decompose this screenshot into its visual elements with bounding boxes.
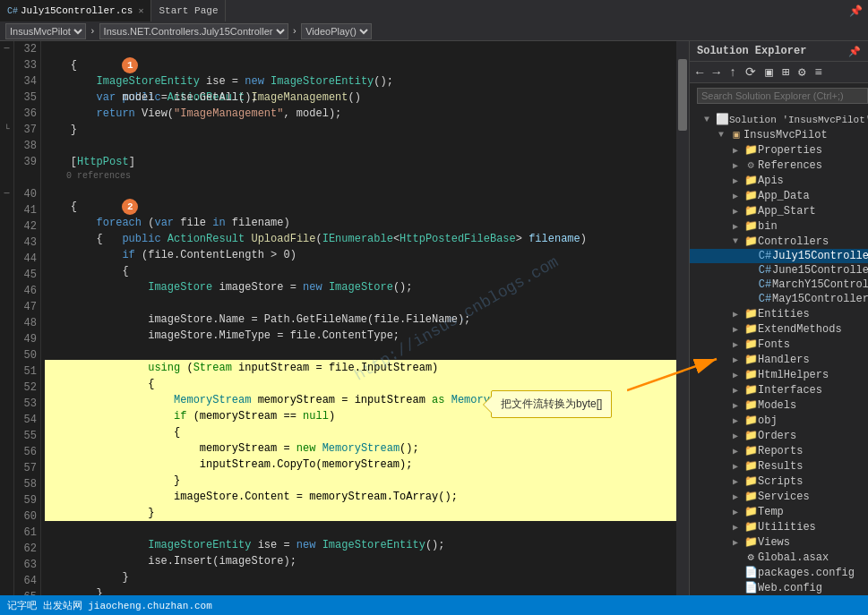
se-item-models[interactable]: ▶ 📁 Models	[690, 397, 868, 413]
se-btn-collapse[interactable]: ▣	[762, 64, 775, 81]
se-icon-june15: C#	[758, 264, 772, 277]
breadcrumb-class-select[interactable]: Insus.NET.Controllers.July15Controller	[99, 23, 288, 39]
se-label-appstart: App_Start	[758, 205, 816, 218]
se-label-references: References	[758, 159, 822, 172]
se-icon-controllers: 📁	[743, 235, 758, 248]
se-item-interfaces[interactable]: ▶ 📁 Interfaces	[690, 382, 868, 397]
se-search-wrapper	[690, 83, 868, 108]
se-btn-refresh[interactable]: ⟳	[743, 64, 759, 81]
se-item-may15[interactable]: C# May15Controller.cs	[690, 292, 868, 306]
se-item-packages[interactable]: 📄 packages.config	[690, 565, 868, 580]
se-item-appstart[interactable]: ▶ 📁 App_Start	[690, 203, 868, 218]
breadcrumb-bar: InsusMvcPilot › Insus.NET.Controllers.Ju…	[0, 21, 868, 41]
code-editor: ─ └ ─ 32 33 34 35	[0, 41, 689, 595]
se-tree[interactable]: ▼ ⬜ Solution 'InsusMvcPilot' (1 project)…	[690, 108, 868, 595]
se-item-june15[interactable]: C# June15Controller.cs	[690, 263, 868, 278]
tab-startpage[interactable]: Start Page	[151, 0, 226, 21]
code-line-33: {	[45, 57, 676, 73]
se-item-marchy15[interactable]: C# MarchY15Controller.cs	[690, 278, 868, 292]
se-item-appdata[interactable]: ▶ 📁 App_Data	[690, 188, 868, 203]
se-icon-scripts: 📁	[743, 474, 758, 488]
se-toolbar: ← → ↑ ⟳ ▣ ⊞ ⚙ ≡	[690, 62, 868, 83]
se-pin-btn[interactable]: 📌	[848, 46, 861, 57]
se-btn-more[interactable]: ≡	[812, 64, 825, 81]
se-item-temp[interactable]: ▶ 📁 Temp	[690, 504, 868, 519]
se-label-utilities: Utilities	[758, 521, 816, 534]
tab-close[interactable]: ✕	[138, 5, 143, 16]
se-item-utilities[interactable]: ▶ 📁 Utilities	[690, 519, 868, 534]
se-icon-reports: 📁	[743, 444, 758, 457]
se-item-fonts[interactable]: ▶ 📁 Fonts	[690, 337, 868, 352]
se-label-solution: Solution 'InsusMvcPilot' (1 project)	[729, 115, 868, 125]
se-item-controllers[interactable]: ▼ 📁 Controllers	[690, 234, 868, 249]
se-item-apis[interactable]: ▶ 📁 Apis	[690, 173, 868, 188]
se-label-packages: packages.config	[758, 567, 855, 579]
se-label-webconfig: Web.config	[758, 582, 822, 594]
se-icon-obj: 📁	[743, 414, 758, 427]
se-btn-settings[interactable]: ⚙	[795, 64, 808, 81]
se-item-obj[interactable]: ▶ 📁 obj	[690, 413, 868, 428]
layout-pin[interactable]: 📌	[844, 4, 868, 18]
se-item-views[interactable]: ▶ 📁 Views	[690, 534, 868, 550]
se-label-orders: Orders	[758, 430, 796, 442]
code-line-50	[45, 344, 676, 360]
status-bar: 记字吧 出发站网 jiaocheng.chuzhan.com	[0, 595, 868, 615]
se-icon-results: 📁	[743, 459, 758, 473]
se-item-entities[interactable]: ▶ 📁 Entities	[690, 306, 868, 321]
se-item-orders[interactable]: ▶ 📁 Orders	[690, 428, 868, 443]
se-arrow-bin: ▶	[733, 221, 743, 232]
se-item-properties[interactable]: ▶ 📁 Properties	[690, 142, 868, 158]
se-btn-forward[interactable]: →	[709, 64, 722, 81]
scroll-thumb[interactable]	[678, 59, 687, 131]
se-label-fonts: Fonts	[758, 338, 790, 351]
se-arrow-references: ▶	[733, 160, 743, 171]
tab-july15[interactable]: C# July15Controller.cs ✕	[0, 0, 151, 21]
se-btn-up[interactable]: ↑	[726, 64, 739, 81]
se-arrow-obj: ▶	[733, 415, 743, 426]
se-label-extendmethods: ExtendMethods	[758, 323, 842, 336]
se-item-scripts[interactable]: ▶ 📁 Scripts	[690, 474, 868, 489]
se-btn-filter[interactable]: ⊞	[779, 64, 792, 81]
code-line-39: [HttpPost]	[45, 154, 676, 170]
se-label-appdata: App_Data	[758, 190, 810, 202]
code-line-36: return View("ImageManagement", model);	[45, 106, 676, 122]
se-btn-back[interactable]: ←	[693, 64, 706, 81]
tab-label-2: Start Page	[159, 5, 218, 16]
code-line-48: imageStore.Name = Path.GetFileName(file.…	[45, 312, 676, 328]
se-arrow-fonts: ▶	[733, 339, 743, 350]
se-label-global: Global.asax	[758, 551, 829, 564]
se-label-bin: bin	[758, 220, 778, 233]
breadcrumb-method-select[interactable]: VideoPlay()	[301, 23, 372, 39]
se-item-extendmethods[interactable]: ▶ 📁 ExtendMethods	[690, 321, 868, 337]
se-arrow-htmlhelpers: ▶	[733, 370, 743, 380]
code-lines[interactable]: 1 public ActionResult ImageManagement() …	[41, 41, 676, 595]
se-arrow-interfaces: ▶	[733, 385, 743, 396]
se-icon-appstart: 📁	[743, 204, 758, 218]
se-item-htmlhelpers[interactable]: ▶ 📁 HtmlHelpers	[690, 367, 868, 382]
se-item-project[interactable]: ▼ ▣ InsusMvcPilot	[690, 127, 868, 142]
se-item-bin[interactable]: ▶ 📁 bin	[690, 218, 868, 234]
se-arrow-views: ▶	[733, 537, 743, 548]
line-numbers: 32 33 34 35 36 37 38 39 40 41 42 43 44 4…	[14, 41, 41, 595]
se-item-solution[interactable]: ▼ ⬜ Solution 'InsusMvcPilot' (1 project)	[690, 112, 868, 127]
se-item-webconfig[interactable]: 📄 Web.config	[690, 580, 868, 595]
se-item-services[interactable]: ▶ 📁 Services	[690, 489, 868, 504]
breadcrumb-project-select[interactable]: InsusMvcPilot	[5, 23, 86, 39]
code-line-64: }	[45, 569, 676, 585]
se-search-input[interactable]	[697, 88, 868, 104]
status-text: 记字吧 出发站网 jiaocheng.chuzhan.com	[7, 599, 212, 612]
se-item-handlers[interactable]: ▶ 📁 Handlers	[690, 352, 868, 367]
se-item-results[interactable]: ▶ 📁 Results	[690, 458, 868, 474]
code-line-42: foreach (var file in filename)	[45, 215, 676, 231]
code-line-37: }	[45, 122, 676, 138]
se-arrow-project: ▼	[718, 130, 729, 140]
se-arrow-models: ▶	[733, 400, 743, 411]
line-markers: ─ └ ─	[0, 41, 14, 595]
se-item-global[interactable]: ⚙ Global.asax	[690, 550, 868, 565]
se-label-july15: July15Controller.cs	[772, 250, 868, 262]
scroll-indicator[interactable]	[676, 41, 689, 595]
se-item-references[interactable]: ▶ ⚙ References	[690, 158, 868, 173]
se-item-reports[interactable]: ▶ 📁 Reports	[690, 443, 868, 458]
marker-2: 2	[122, 199, 138, 215]
se-item-july15[interactable]: C# July15Controller.cs	[690, 249, 868, 263]
